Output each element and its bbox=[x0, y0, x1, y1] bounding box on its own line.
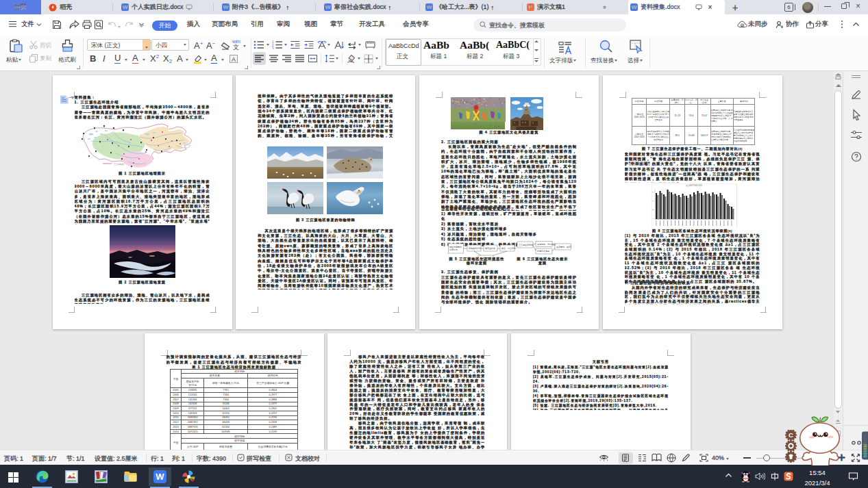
svg-text:载畜量降低: 载畜量降低 bbox=[485, 247, 495, 250]
svg-text:资源掠夺、滥垦滥牧: 资源掠夺、滥垦滥牧 bbox=[537, 243, 556, 246]
svg-text:各县GDP 2005-2020: 各县GDP 2005-2020 bbox=[686, 183, 702, 186]
svg-text:生态恶化、经济落后: 生态恶化、经济落后 bbox=[556, 246, 571, 248]
svg-text:C: C bbox=[789, 431, 793, 439]
svg-text:过度放牧: 过度放牧 bbox=[449, 248, 458, 251]
svg-text:环境污染加剧: 环境污染加剧 bbox=[537, 250, 549, 253]
svg-text:三江源生态失衡: 三江源生态失衡 bbox=[519, 244, 533, 246]
svg-text:三江源地区: 三江源地区 bbox=[114, 163, 124, 166]
svg-text:3: 3 bbox=[272, 47, 274, 50]
svg-text:鼠害、水土流失: 鼠害、水土流失 bbox=[501, 247, 516, 250]
svg-text:草地退化沙化: 草地退化沙化 bbox=[469, 247, 481, 250]
